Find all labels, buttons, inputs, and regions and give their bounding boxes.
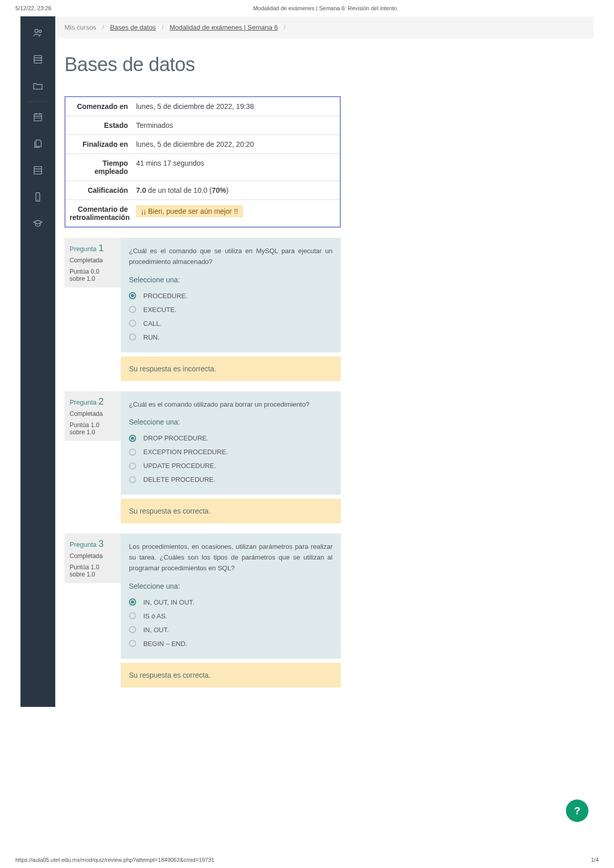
question-feedback: Su respuesta es incorrecta. [121,357,341,381]
radio-icon[interactable] [129,598,136,606]
summary-value-feedback: ¡¡ Bien, puede ser aún mejor !! [132,200,340,227]
sidebar-nav [20,16,55,707]
main-content: Mis cursos / Bases de datos / Modalidad … [55,16,594,707]
radio-icon[interactable] [129,612,136,619]
radio-icon[interactable] [129,435,136,442]
question-block: Pregunta 2CompletadaPuntúa 1.0 sobre 1.0… [64,391,341,524]
answer-option[interactable]: PROCEDURE. [129,289,333,303]
grade-pct: 70% [212,186,226,194]
question-prompt: Seleccione una: [129,418,333,426]
book-icon[interactable] [32,53,44,65]
question-content: Los procedimientos, en ocasiones, utiliz… [121,533,341,658]
question-body: Los procedimientos, en ocasiones, utiliz… [121,533,341,687]
radio-icon[interactable] [129,640,136,647]
summary-label-time: Tiempo empleado [65,154,132,181]
radio-icon[interactable] [129,320,136,327]
breadcrumb-course[interactable]: Bases de datos [110,24,156,31]
answer-option[interactable]: EXCEPTION PROCEDURE. [129,445,333,459]
answer-option[interactable]: CALL. [129,317,333,330]
question-number: 3 [98,539,103,549]
grade-score: 7.0 [136,186,146,194]
question-state: Completada [70,552,116,560]
question-state: Completada [70,257,116,264]
question-number: 2 [98,396,103,407]
answer-text: BEGIN – END. [143,640,187,648]
answer-text: IN, OUT. [143,626,169,634]
svg-rect-2 [34,56,42,63]
answer-text: DROP PROCEDURE. [143,434,209,442]
book2-icon[interactable] [32,164,44,176]
breadcrumb-sep: / [162,24,164,31]
answer-option[interactable]: DELETE PROCEDURE. [129,473,333,486]
question-block: Pregunta 3CompletadaPuntúa 1.0 sobre 1.0… [64,533,341,687]
files-icon[interactable] [32,138,44,150]
answer-text: IN, OUT, IN OUT. [143,598,194,606]
question-body: ¿Cuál es el comando utilizado para borra… [121,391,341,524]
radio-icon[interactable] [129,462,136,470]
question-prompt: Seleccione una: [129,276,333,284]
question-grade: Puntúa 1.0 sobre 1.0 [70,421,116,436]
question-grade: Puntúa 0.0 sobre 1.0 [70,268,116,282]
answer-text: RUN. [143,333,160,341]
answer-text: UPDATE PROCEDURE. [143,462,216,470]
svg-rect-12 [34,167,42,174]
question-grade: Puntúa 1.0 sobre 1.0 [70,564,116,578]
attempt-summary: Comenzado en lunes, 5 de diciembre de 20… [64,96,341,228]
answer-option[interactable]: BEGIN – END. [129,637,333,651]
svg-point-0 [35,29,38,32]
breadcrumb-sep: / [284,24,286,31]
summary-value-grade: 7.0 de un total de 10.0 (70%) [132,181,340,199]
question-label: Pregunta [70,541,98,548]
radio-icon[interactable] [129,476,136,483]
graduation-icon[interactable] [32,217,44,230]
radio-icon[interactable] [129,626,136,633]
answer-text: IS ó AS. [143,612,167,620]
answer-option[interactable]: UPDATE PROCEDURE. [129,459,333,473]
answer-text: PROCEDURE. [143,292,188,300]
question-state: Completada [70,410,116,417]
summary-value-completed: lunes, 5 de diciembre de 2022, 20:20 [132,135,340,153]
question-label: Pregunta [70,245,98,253]
question-feedback: Su respuesta es correcta. [121,663,341,687]
question-number: 1 [98,243,103,253]
question-info: Pregunta 3CompletadaPuntúa 1.0 sobre 1.0 [64,533,121,583]
answer-option[interactable]: RUN. [129,330,333,344]
radio-icon[interactable] [129,292,136,299]
calendar-icon[interactable] [32,111,44,123]
breadcrumb: Mis cursos / Bases de datos / Modalidad … [55,16,594,38]
print-timestamp: 5/12/22, 23:26 [15,5,51,11]
summary-label-feedback: Comentario de retroalimentación [65,200,132,227]
users-icon[interactable] [32,27,44,39]
answer-text: EXCEPTION PROCEDURE. [143,448,228,456]
summary-value-state: Terminados [132,116,340,135]
radio-icon[interactable] [129,449,136,456]
folder-icon[interactable] [32,80,44,92]
question-prompt: Seleccione una: [129,582,333,590]
answer-option[interactable]: IN, OUT. [129,623,333,637]
page-title: Bases de datos [64,54,584,76]
answer-option[interactable]: DROP PROCEDURE. [129,431,333,445]
question-feedback: Su respuesta es correcta. [121,499,341,523]
answer-option[interactable]: IS ó AS. [129,609,333,623]
breadcrumb-item[interactable]: Modalidad de exámenes | Semana 6 [170,24,278,31]
question-text: ¿Cuál es el comando que se utiliza en My… [129,246,333,268]
question-label: Pregunta [70,398,98,406]
question-content: ¿Cuál es el comando utilizado para borra… [121,391,341,495]
print-header: 5/12/22, 23:26 Modalidad de exámenes | S… [0,0,614,16]
question-info: Pregunta 1CompletadaPuntúa 0.0 sobre 1.0 [64,238,121,287]
question-content: ¿Cuál es el comando que se utiliza en My… [121,238,341,352]
radio-icon[interactable] [129,306,136,313]
question-body: ¿Cuál es el comando que se utiliza en My… [121,238,341,381]
question-text: ¿Cuál es el comando utilizado para borra… [129,399,333,410]
answer-option[interactable]: EXECUTE. [129,303,333,317]
feedback-chip: ¡¡ Bien, puede ser aún mejor !! [136,205,243,217]
svg-point-9 [36,118,36,118]
print-doc-title: Modalidad de exámenes | Semana 6: Revisi… [253,5,397,11]
answer-option[interactable]: IN, OUT, IN OUT. [129,595,333,609]
breadcrumb-sep: / [102,24,104,31]
summary-label-started: Comenzado en [65,97,132,116]
answer-text: DELETE PROCEDURE. [143,476,215,483]
svg-point-11 [39,118,40,118]
mobile-icon[interactable] [32,191,44,203]
radio-icon[interactable] [129,333,136,341]
